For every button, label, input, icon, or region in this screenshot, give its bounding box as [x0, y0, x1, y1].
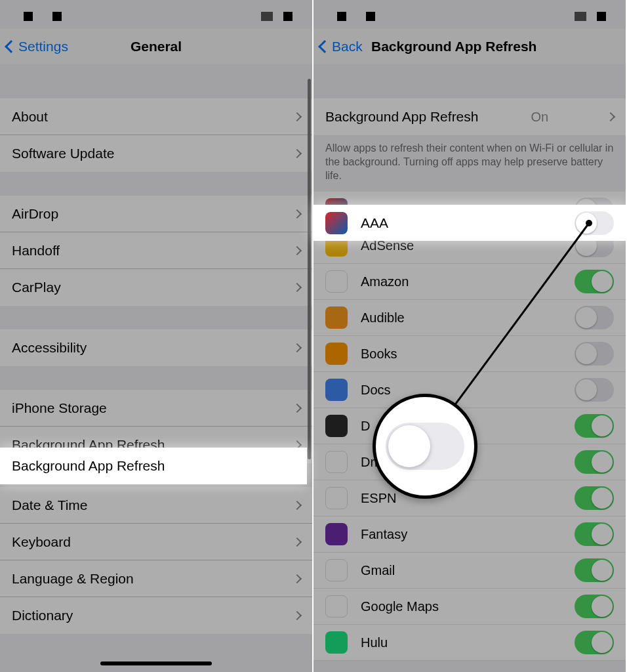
label: Date & Time [12, 497, 88, 513]
magnifier-callout [373, 394, 477, 499]
page-title: Background App Refresh [371, 39, 626, 54]
row-bg-refresh-highlight[interactable]: Background App Refresh [0, 448, 307, 484]
toggle-knob [576, 379, 597, 400]
label: Language & Region [12, 571, 134, 587]
app-name: Audible [361, 310, 405, 326]
app-row[interactable]: Google Maps [314, 589, 626, 625]
app-icon [325, 559, 348, 581]
chevron-right-icon [293, 611, 302, 620]
row-bg-refresh-master[interactable]: Background App Refresh On [314, 98, 626, 135]
app-row[interactable]: Books [314, 336, 626, 372]
app-row[interactable]: Audible [314, 300, 626, 336]
scrollbar[interactable] [308, 79, 311, 459]
row-language-region[interactable]: Language & Region [0, 560, 312, 597]
toggle-knob [592, 596, 613, 617]
status-icon [261, 12, 273, 21]
row-carplay[interactable]: CarPlay [0, 269, 312, 306]
chevron-right-icon [293, 245, 302, 255]
app-toggle[interactable] [575, 631, 614, 654]
toggle-knob [592, 452, 613, 472]
app-row[interactable]: Amazon [314, 264, 626, 300]
home-indicator[interactable] [100, 662, 212, 665]
row-about[interactable]: About [0, 98, 312, 135]
toggle-knob [576, 307, 597, 328]
back-button[interactable]: Back [320, 39, 363, 54]
row-keyboard[interactable]: Keyboard [0, 524, 312, 560]
app-toggle[interactable] [575, 378, 614, 402]
left-screenshot: Settings General About Software Update A… [0, 0, 314, 672]
status-icon [366, 12, 375, 21]
toggle-aaa[interactable] [575, 211, 614, 235]
toggle-knob [576, 343, 597, 364]
app-toggle[interactable] [575, 306, 614, 329]
row-dictionary[interactable]: Dictionary [0, 597, 312, 634]
status-bar [0, 0, 312, 29]
label: iPhone Storage [12, 400, 107, 416]
chevron-left-icon [5, 40, 18, 53]
app-name: Books [361, 346, 397, 362]
row-software-update[interactable]: Software Update [0, 135, 312, 172]
app-toggle[interactable] [575, 595, 614, 618]
toggle-knob [592, 632, 613, 653]
app-toggle[interactable] [575, 450, 614, 474]
app-icon [325, 523, 348, 545]
description-text: Allow apps to refresh their content when… [314, 135, 626, 192]
chevron-right-icon [606, 112, 615, 121]
label: Background App Refresh [325, 109, 478, 125]
row-iphone-storage[interactable]: iPhone Storage [0, 390, 312, 427]
app-row-aaa-highlight[interactable]: AAA [314, 205, 626, 241]
status-icon [24, 12, 33, 21]
app-row[interactable]: Docs [314, 372, 626, 408]
app-toggle[interactable] [575, 342, 614, 366]
label: CarPlay [12, 280, 61, 295]
app-icon [325, 306, 348, 329]
app-name: Docs [361, 383, 391, 398]
app-icon [325, 343, 348, 365]
app-name: Hulu [361, 635, 388, 650]
back-button[interactable]: Settings [7, 39, 68, 54]
status-bar [314, 0, 626, 29]
app-row[interactable]: Gmail [314, 553, 626, 589]
back-label: Settings [18, 39, 68, 54]
row-airdrop[interactable]: AirDrop [0, 196, 312, 232]
app-toggle[interactable] [575, 558, 614, 582]
app-row[interactable]: ESPN [314, 480, 626, 516]
toggle-knob [592, 488, 613, 509]
row-handoff[interactable]: Handoff [0, 232, 312, 269]
chevron-right-icon [293, 403, 302, 412]
toggle-knob [592, 271, 613, 292]
app-icon [325, 379, 348, 401]
app-row[interactable]: Hulu [314, 625, 626, 661]
toggle-knob [388, 425, 430, 467]
chevron-right-icon [293, 574, 302, 583]
magnified-toggle-off [386, 423, 464, 470]
row-accessibility[interactable]: Accessibility [0, 329, 312, 366]
app-toggle[interactable] [575, 486, 614, 510]
chevron-right-icon [293, 209, 302, 218]
status-icon [597, 12, 606, 21]
toggle-knob [576, 213, 597, 234]
chevron-right-icon [293, 283, 302, 292]
app-toggle[interactable] [575, 414, 614, 438]
row-date-time[interactable]: Date & Time [0, 487, 312, 524]
chevron-right-icon [293, 343, 302, 352]
app-row[interactable]: Fantasy [314, 516, 626, 553]
chevron-right-icon [293, 149, 302, 158]
app-toggle[interactable] [575, 270, 614, 293]
status-icon [283, 12, 293, 21]
chevron-right-icon [293, 112, 302, 121]
right-screenshot: Back Background App Refresh Background A… [314, 0, 627, 672]
app-toggle[interactable] [575, 522, 614, 546]
label: Dictionary [12, 608, 73, 623]
status-icon [575, 12, 586, 21]
app-icon [325, 631, 348, 654]
label: Software Update [12, 146, 114, 161]
nav-bar: Settings General [0, 29, 312, 64]
back-label: Back [332, 39, 363, 54]
toggle-knob [592, 415, 613, 436]
chevron-right-icon [293, 537, 302, 546]
app-name: Gmail [361, 563, 395, 578]
app-icon [325, 451, 348, 473]
label: AirDrop [12, 206, 58, 222]
toggle-knob [592, 560, 613, 581]
